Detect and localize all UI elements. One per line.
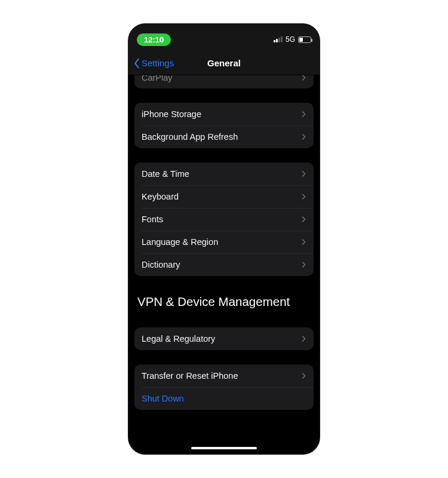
settings-group-system: Date & Time Keyboard Fonts Language & Re… <box>134 163 314 276</box>
row-dictionary[interactable]: Dictionary <box>134 253 314 276</box>
settings-group-carplay: CarPlay <box>134 75 314 88</box>
row-legal-regulatory[interactable]: Legal & Regulatory <box>134 327 314 350</box>
phone-frame: 12:10 5G Settings General CarPlay <box>128 24 320 454</box>
chevron-right-icon <box>302 335 306 342</box>
nav-bar: Settings General <box>128 51 320 75</box>
chevron-right-icon <box>302 238 306 246</box>
chevron-right-icon <box>302 75 306 81</box>
row-carplay[interactable]: CarPlay <box>134 75 314 88</box>
chevron-right-icon <box>302 170 306 177</box>
row-label: CarPlay <box>142 75 173 82</box>
status-time-pill[interactable]: 12:10 <box>137 33 171 46</box>
row-label: Fonts <box>142 215 163 224</box>
settings-group-storage: iPhone Storage Background App Refresh <box>134 103 314 148</box>
highlight-label: VPN & Device Management <box>137 295 290 309</box>
status-bar: 12:10 5G <box>128 24 320 51</box>
chevron-right-icon <box>302 111 306 118</box>
row-label: Legal & Regulatory <box>142 334 215 344</box>
status-right: 5G <box>274 35 311 44</box>
row-label: Keyboard <box>142 192 179 201</box>
home-indicator-bar <box>191 447 257 449</box>
chevron-left-icon <box>133 58 140 69</box>
settings-group-legal: Legal & Regulatory <box>134 327 314 350</box>
settings-scroll[interactable]: CarPlay iPhone Storage Background App Re… <box>128 75 320 442</box>
settings-group-vpn: VPN & Device Management <box>134 290 314 313</box>
row-fonts[interactable]: Fonts <box>134 208 314 231</box>
back-label: Settings <box>142 58 174 68</box>
row-label: Shut Down <box>142 394 184 403</box>
vpn-highlight-callout[interactable]: VPN & Device Management <box>134 290 314 313</box>
row-shut-down[interactable]: Shut Down <box>134 387 314 410</box>
chevron-right-icon <box>302 372 306 379</box>
row-transfer-reset[interactable]: Transfer or Reset iPhone <box>134 364 314 387</box>
back-button[interactable]: Settings <box>133 58 174 69</box>
cellular-signal-icon <box>274 36 283 42</box>
chevron-right-icon <box>302 193 306 200</box>
row-label: Background App Refresh <box>142 132 238 142</box>
image-card: 12:10 5G Settings General CarPlay <box>6 6 442 472</box>
row-date-time[interactable]: Date & Time <box>134 163 314 185</box>
row-label: Transfer or Reset iPhone <box>142 371 238 381</box>
row-keyboard[interactable]: Keyboard <box>134 185 314 208</box>
chevron-right-icon <box>302 216 306 223</box>
home-indicator[interactable] <box>128 442 320 454</box>
battery-icon <box>298 36 311 43</box>
row-iphone-storage[interactable]: iPhone Storage <box>134 103 314 125</box>
row-label: Date & Time <box>142 169 189 179</box>
row-background-app-refresh[interactable]: Background App Refresh <box>134 125 314 148</box>
row-label: Language & Region <box>142 237 218 247</box>
row-language-region[interactable]: Language & Region <box>134 231 314 253</box>
status-time-text: 12:10 <box>144 35 164 44</box>
chevron-right-icon <box>302 133 306 140</box>
row-label: Dictionary <box>142 260 180 269</box>
row-label: iPhone Storage <box>142 109 201 119</box>
chevron-right-icon <box>302 261 306 268</box>
network-label: 5G <box>286 35 295 44</box>
settings-group-reset: Transfer or Reset iPhone Shut Down <box>134 364 314 410</box>
